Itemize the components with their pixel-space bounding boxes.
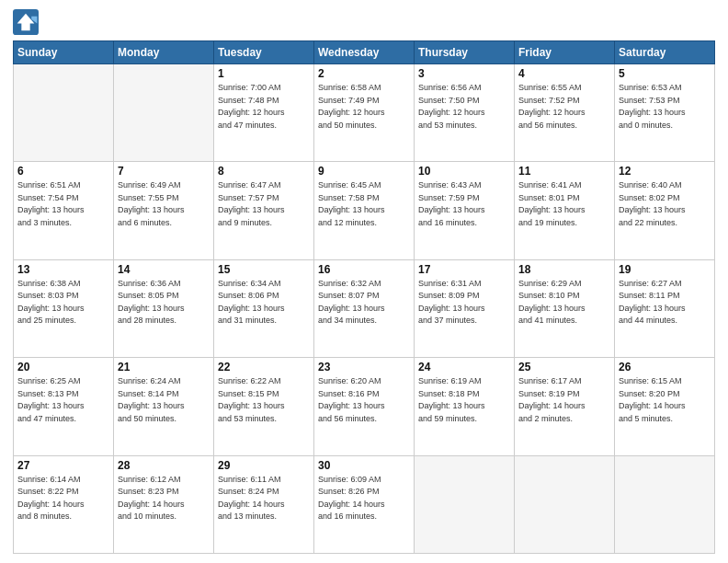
- header: [13, 9, 715, 35]
- day-cell: 29Sunrise: 6:11 AM Sunset: 8:24 PM Dayli…: [214, 455, 314, 553]
- day-number: 7: [118, 165, 210, 178]
- day-info: Sunrise: 6:11 AM Sunset: 8:24 PM Dayligh…: [218, 474, 310, 523]
- day-info: Sunrise: 6:40 AM Sunset: 8:02 PM Dayligh…: [619, 179, 711, 229]
- day-number: 1: [218, 67, 310, 80]
- day-info: Sunrise: 6:22 AM Sunset: 8:15 PM Dayligh…: [218, 375, 310, 425]
- day-info: Sunrise: 6:12 AM Sunset: 8:23 PM Dayligh…: [118, 474, 210, 523]
- day-info: Sunrise: 6:31 AM Sunset: 8:09 PM Dayligh…: [418, 278, 510, 327]
- day-cell: 25Sunrise: 6:17 AM Sunset: 8:19 PM Dayli…: [515, 358, 615, 455]
- day-info: Sunrise: 6:45 AM Sunset: 7:58 PM Dayligh…: [318, 179, 410, 229]
- day-number: 4: [518, 67, 610, 80]
- day-info: Sunrise: 6:47 AM Sunset: 7:57 PM Dayligh…: [218, 179, 310, 229]
- day-number: 5: [619, 67, 711, 80]
- day-info: Sunrise: 6:17 AM Sunset: 8:19 PM Dayligh…: [518, 375, 610, 425]
- day-cell: 26Sunrise: 6:15 AM Sunset: 8:20 PM Dayli…: [615, 358, 715, 455]
- day-number: 22: [218, 361, 310, 373]
- day-cell: 14Sunrise: 6:36 AM Sunset: 8:05 PM Dayli…: [114, 259, 214, 357]
- day-cell: [114, 64, 214, 162]
- logo: [13, 9, 42, 35]
- day-cell: 24Sunrise: 6:19 AM Sunset: 8:18 PM Dayli…: [415, 358, 515, 455]
- weekday-header-row: SundayMondayTuesdayWednesdayThursdayFrid…: [14, 41, 715, 64]
- day-number: 2: [318, 67, 410, 80]
- day-number: 30: [318, 459, 410, 472]
- day-cell: [415, 455, 515, 553]
- day-number: 29: [218, 459, 310, 472]
- day-info: Sunrise: 6:53 AM Sunset: 7:53 PM Dayligh…: [619, 82, 711, 132]
- day-cell: 7Sunrise: 6:49 AM Sunset: 7:55 PM Daylig…: [114, 162, 214, 259]
- week-row-3: 20Sunrise: 6:25 AM Sunset: 8:13 PM Dayli…: [14, 358, 715, 455]
- day-cell: 30Sunrise: 6:09 AM Sunset: 8:26 PM Dayli…: [314, 455, 415, 553]
- day-number: 24: [418, 361, 510, 373]
- day-cell: 3Sunrise: 6:56 AM Sunset: 7:50 PM Daylig…: [415, 64, 515, 162]
- weekday-header-friday: Friday: [515, 41, 615, 64]
- day-cell: [515, 455, 615, 553]
- weekday-header-monday: Monday: [114, 41, 214, 64]
- day-number: 21: [118, 361, 210, 373]
- day-cell: 28Sunrise: 6:12 AM Sunset: 8:23 PM Dayli…: [114, 455, 214, 553]
- day-cell: 5Sunrise: 6:53 AM Sunset: 7:53 PM Daylig…: [615, 64, 715, 162]
- day-info: Sunrise: 6:24 AM Sunset: 8:14 PM Dayligh…: [118, 375, 210, 425]
- day-number: 20: [17, 361, 109, 373]
- day-number: 8: [218, 165, 310, 178]
- day-cell: 18Sunrise: 6:29 AM Sunset: 8:10 PM Dayli…: [515, 259, 615, 357]
- day-info: Sunrise: 6:38 AM Sunset: 8:03 PM Dayligh…: [17, 278, 109, 327]
- day-info: Sunrise: 6:41 AM Sunset: 8:01 PM Dayligh…: [518, 179, 610, 229]
- day-info: Sunrise: 6:55 AM Sunset: 7:52 PM Dayligh…: [518, 82, 610, 132]
- day-number: 10: [418, 165, 510, 178]
- day-number: 14: [118, 263, 210, 276]
- day-info: Sunrise: 6:20 AM Sunset: 8:16 PM Dayligh…: [318, 375, 410, 425]
- weekday-header-thursday: Thursday: [415, 41, 515, 64]
- day-cell: 21Sunrise: 6:24 AM Sunset: 8:14 PM Dayli…: [114, 358, 214, 455]
- day-info: Sunrise: 6:19 AM Sunset: 8:18 PM Dayligh…: [418, 375, 510, 425]
- day-info: Sunrise: 6:14 AM Sunset: 8:22 PM Dayligh…: [17, 474, 109, 523]
- day-cell: 10Sunrise: 6:43 AM Sunset: 7:59 PM Dayli…: [415, 162, 515, 259]
- day-info: Sunrise: 6:29 AM Sunset: 8:10 PM Dayligh…: [518, 278, 610, 327]
- day-number: 12: [619, 165, 711, 178]
- day-cell: 2Sunrise: 6:58 AM Sunset: 7:49 PM Daylig…: [314, 64, 415, 162]
- day-cell: 16Sunrise: 6:32 AM Sunset: 8:07 PM Dayli…: [314, 259, 415, 357]
- day-number: 11: [518, 165, 610, 178]
- weekday-header-saturday: Saturday: [615, 41, 715, 64]
- day-cell: 4Sunrise: 6:55 AM Sunset: 7:52 PM Daylig…: [515, 64, 615, 162]
- day-cell: 1Sunrise: 7:00 AM Sunset: 7:48 PM Daylig…: [214, 64, 314, 162]
- day-number: 25: [518, 361, 610, 373]
- day-number: 26: [619, 361, 711, 373]
- day-info: Sunrise: 6:58 AM Sunset: 7:49 PM Dayligh…: [318, 82, 410, 132]
- week-row-0: 1Sunrise: 7:00 AM Sunset: 7:48 PM Daylig…: [14, 64, 715, 162]
- day-number: 9: [318, 165, 410, 178]
- day-cell: 13Sunrise: 6:38 AM Sunset: 8:03 PM Dayli…: [14, 259, 114, 357]
- day-info: Sunrise: 6:36 AM Sunset: 8:05 PM Dayligh…: [118, 278, 210, 327]
- calendar-table: SundayMondayTuesdayWednesdayThursdayFrid…: [13, 40, 715, 554]
- day-cell: [615, 455, 715, 553]
- day-cell: 15Sunrise: 6:34 AM Sunset: 8:06 PM Dayli…: [214, 259, 314, 357]
- week-row-4: 27Sunrise: 6:14 AM Sunset: 8:22 PM Dayli…: [14, 455, 715, 553]
- day-info: Sunrise: 6:25 AM Sunset: 8:13 PM Dayligh…: [17, 375, 109, 425]
- day-number: 15: [218, 263, 310, 276]
- day-cell: 12Sunrise: 6:40 AM Sunset: 8:02 PM Dayli…: [615, 162, 715, 259]
- day-number: 27: [17, 459, 109, 472]
- day-info: Sunrise: 6:32 AM Sunset: 8:07 PM Dayligh…: [318, 278, 410, 327]
- day-info: Sunrise: 6:51 AM Sunset: 7:54 PM Dayligh…: [17, 179, 109, 229]
- day-number: 17: [418, 263, 510, 276]
- day-cell: 9Sunrise: 6:45 AM Sunset: 7:58 PM Daylig…: [314, 162, 415, 259]
- day-info: Sunrise: 6:43 AM Sunset: 7:59 PM Dayligh…: [418, 179, 510, 229]
- day-cell: 23Sunrise: 6:20 AM Sunset: 8:16 PM Dayli…: [314, 358, 415, 455]
- weekday-header-tuesday: Tuesday: [214, 41, 314, 64]
- week-row-2: 13Sunrise: 6:38 AM Sunset: 8:03 PM Dayli…: [14, 259, 715, 357]
- day-number: 23: [318, 361, 410, 373]
- day-info: Sunrise: 6:15 AM Sunset: 8:20 PM Dayligh…: [619, 375, 711, 425]
- day-number: 19: [619, 263, 711, 276]
- logo-icon: [13, 9, 39, 35]
- day-info: Sunrise: 7:00 AM Sunset: 7:48 PM Dayligh…: [218, 82, 310, 132]
- day-number: 16: [318, 263, 410, 276]
- day-number: 18: [518, 263, 610, 276]
- week-row-1: 6Sunrise: 6:51 AM Sunset: 7:54 PM Daylig…: [14, 162, 715, 259]
- weekday-header-sunday: Sunday: [14, 41, 114, 64]
- day-info: Sunrise: 6:09 AM Sunset: 8:26 PM Dayligh…: [318, 474, 410, 523]
- day-number: 13: [17, 263, 109, 276]
- day-info: Sunrise: 6:27 AM Sunset: 8:11 PM Dayligh…: [619, 278, 711, 327]
- day-cell: 19Sunrise: 6:27 AM Sunset: 8:11 PM Dayli…: [615, 259, 715, 357]
- day-cell: 22Sunrise: 6:22 AM Sunset: 8:15 PM Dayli…: [214, 358, 314, 455]
- page: SundayMondayTuesdayWednesdayThursdayFrid…: [0, 0, 728, 563]
- day-info: Sunrise: 6:56 AM Sunset: 7:50 PM Dayligh…: [418, 82, 510, 132]
